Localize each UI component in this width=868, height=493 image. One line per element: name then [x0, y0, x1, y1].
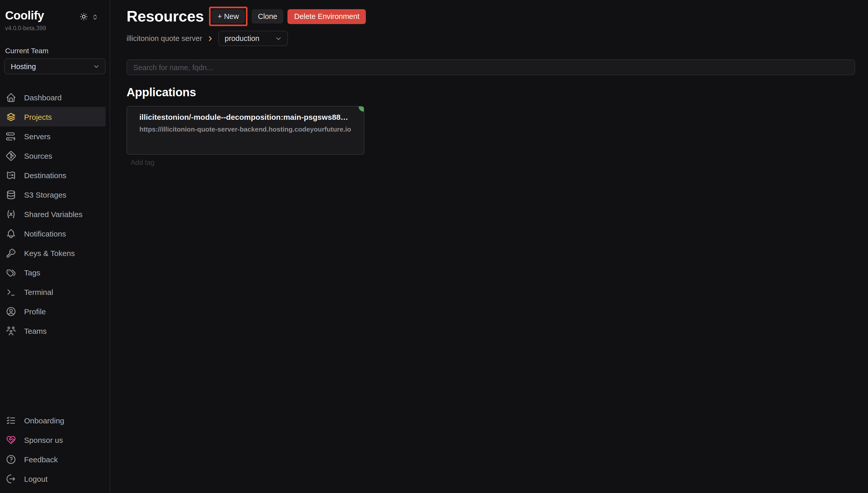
page-header: Resources + New Clone Delete Environment	[127, 7, 855, 26]
sidebar-item-feedback[interactable]: Feedback	[0, 449, 106, 469]
heart-handshake-icon	[6, 434, 16, 445]
home-icon	[6, 92, 16, 103]
sidebar-item-label: Logout	[24, 474, 48, 483]
sidebar-item-s3-storages[interactable]: S3 Storages	[0, 185, 106, 204]
sidebar-item-label: Projects	[24, 112, 52, 121]
environment-select-value: production	[225, 34, 259, 42]
sidebar-item-label: Feedback	[24, 455, 58, 464]
new-button[interactable]: + New	[211, 9, 245, 24]
terminal-icon	[6, 286, 16, 297]
sidebar-item-label: Sponsor us	[24, 435, 63, 444]
sidebar-collapse-button[interactable]	[92, 13, 98, 21]
sidebar-item-label: Servers	[24, 132, 50, 141]
team-select[interactable]: Hosting	[4, 58, 106, 74]
sidebar-item-sponsor-us[interactable]: Sponsor us	[0, 430, 106, 449]
team-select-value: Hosting	[11, 62, 36, 70]
sidebar-item-tags[interactable]: Tags	[0, 263, 106, 282]
sidebar-item-teams[interactable]: Teams	[0, 321, 106, 340]
sidebar-item-dashboard[interactable]: Dashboard	[0, 88, 106, 107]
sidebar-item-label: Profile	[24, 307, 46, 316]
logo-row: Coolify	[0, 0, 110, 23]
users-group-icon	[6, 325, 16, 336]
tags-icon	[6, 267, 16, 278]
chevron-right-icon	[206, 35, 214, 42]
sidebar-item-destinations[interactable]: Destinations	[0, 165, 106, 185]
sidebar-item-shared-variables[interactable]: Shared Variables	[0, 204, 106, 224]
checklist-icon	[6, 415, 16, 426]
sidebar-item-servers[interactable]: Servers	[0, 126, 106, 146]
application-card[interactable]: illicitestonion/-module--decomposition:m…	[127, 106, 364, 155]
status-indicator	[359, 106, 364, 112]
breadcrumb: illicitonion quote server production	[127, 31, 855, 46]
sidebar-item-sources[interactable]: Sources	[0, 146, 106, 165]
help-circle-icon	[6, 454, 16, 465]
current-team-label: Current Team	[0, 31, 110, 55]
breadcrumb-project[interactable]: illicitonion quote server	[127, 34, 202, 42]
chevron-up-down-icon	[92, 15, 98, 23]
sidebar-item-keys-tokens[interactable]: Keys & Tokens	[0, 243, 106, 263]
server-bolt-icon	[6, 131, 16, 142]
sidebar-item-label: Notifications	[24, 229, 66, 238]
database-icon	[6, 189, 16, 200]
add-tag-input[interactable]: Add tag	[131, 159, 154, 166]
logout-icon	[6, 473, 16, 484]
app-window: Coolify v4.0.0-beta.399 Current Team Hos…	[0, 0, 868, 493]
main-content: Resources + New Clone Delete Environment…	[110, 0, 868, 493]
search-input[interactable]	[127, 59, 855, 75]
sidebar-item-logout[interactable]: Logout	[0, 469, 106, 488]
sidebar-item-label: Sources	[24, 151, 52, 160]
sidebar-item-label: Dashboard	[24, 93, 62, 102]
application-url: https://illicitonion-quote-server-backen…	[139, 125, 352, 133]
sidebar-item-label: Keys & Tokens	[24, 249, 75, 257]
sidebar-item-label: Shared Variables	[24, 210, 82, 218]
annotation-highlight-box: + New	[209, 7, 247, 26]
sidebar-item-profile[interactable]: Profile	[0, 302, 106, 321]
sidebar-footer-nav: Onboarding Sponsor us Feedback Logout	[0, 411, 110, 488]
sidebar-nav: Dashboard Projects Servers Sources Desti…	[0, 88, 110, 340]
sidebar-item-onboarding[interactable]: Onboarding	[0, 411, 106, 430]
map-x-icon	[6, 170, 16, 180]
page-title: Resources	[127, 8, 204, 25]
sidebar-item-label: Tags	[24, 268, 40, 277]
chevron-down-icon	[93, 63, 100, 70]
delete-environment-button[interactable]: Delete Environment	[287, 9, 366, 24]
sidebar-item-terminal[interactable]: Terminal	[0, 282, 106, 302]
sidebar-item-label: Terminal	[24, 287, 53, 296]
bell-icon	[6, 228, 16, 239]
sun-icon	[79, 15, 88, 23]
variable-icon	[6, 209, 16, 219]
sidebar-item-label: S3 Storages	[24, 190, 66, 199]
application-name: illicitestonion/-module--decomposition:m…	[139, 113, 352, 121]
user-circle-icon	[6, 306, 16, 317]
applications-section-title: Applications	[127, 85, 855, 99]
sidebar: Coolify v4.0.0-beta.399 Current Team Hos…	[0, 0, 110, 493]
sidebar-item-notifications[interactable]: Notifications	[0, 224, 106, 243]
key-icon	[6, 248, 16, 258]
app-version: v4.0.0-beta.399	[0, 23, 110, 31]
git-icon	[6, 150, 16, 161]
chevron-down-icon	[274, 35, 282, 42]
sidebar-item-label: Onboarding	[24, 416, 64, 425]
clone-button[interactable]: Clone	[252, 9, 283, 24]
app-logo: Coolify	[5, 9, 44, 22]
layers-icon	[6, 111, 16, 122]
sidebar-item-label: Destinations	[24, 171, 66, 179]
sidebar-item-label: Teams	[24, 326, 47, 335]
environment-select[interactable]: production	[218, 31, 288, 46]
sidebar-item-projects[interactable]: Projects	[0, 107, 106, 126]
theme-toggle-button[interactable]	[79, 12, 88, 21]
